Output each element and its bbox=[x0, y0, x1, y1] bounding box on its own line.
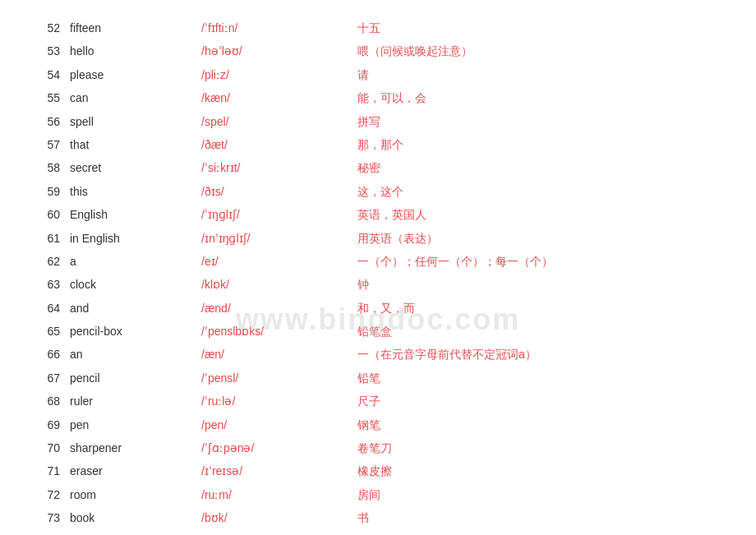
entry-meaning: 一（个）；任何一（个）；每一（个） bbox=[357, 252, 723, 270]
table-row: 62a/eɪ/一（个）；任何一（个）；每一（个） bbox=[33, 250, 723, 273]
entry-phonetic: /ðɪs/ bbox=[201, 182, 357, 201]
entry-phonetic: /mæp/ bbox=[201, 533, 357, 535]
entry-number: 73 bbox=[33, 509, 70, 527]
entry-phonetic: /klɒk/ bbox=[201, 275, 357, 293]
entry-meaning: 请 bbox=[357, 66, 723, 84]
entry-word: map bbox=[70, 533, 201, 535]
entry-meaning: 喂（问候或唤起注意） bbox=[357, 42, 723, 60]
entry-number: 61 bbox=[33, 229, 70, 247]
entry-meaning: 拼写 bbox=[357, 113, 723, 131]
entry-meaning: 房间 bbox=[357, 486, 723, 504]
table-row: 55can/kæn/能，可以，会 bbox=[33, 86, 723, 109]
table-row: 54please/pliːz/请 bbox=[33, 63, 723, 86]
entry-word: an bbox=[70, 345, 201, 363]
entry-phonetic: /ˈsiːkrɪt/ bbox=[201, 159, 357, 177]
table-row: 65pencil-box/ˈpenslbɒks/铅笔盒 bbox=[33, 320, 723, 343]
entry-phonetic: /ˈpensl/ bbox=[201, 369, 357, 387]
entry-meaning: 英语，英国人 bbox=[357, 205, 723, 224]
entry-word: room bbox=[70, 486, 201, 504]
entry-number: 64 bbox=[33, 299, 70, 317]
table-row: 59this/ðɪs/这，这个 bbox=[33, 180, 723, 203]
entry-word: that bbox=[70, 136, 201, 154]
entry-number: 63 bbox=[33, 275, 70, 293]
entry-word: English bbox=[70, 205, 201, 224]
entry-word: hello bbox=[70, 42, 201, 60]
entry-word: pencil-box bbox=[70, 322, 201, 340]
entry-number: 67 bbox=[33, 369, 70, 387]
entry-phonetic: /ɪnˈɪŋɡlɪʃ/ bbox=[201, 229, 357, 247]
entry-phonetic: /ˈruːlə/ bbox=[201, 392, 357, 410]
entry-meaning: 橡皮擦 bbox=[357, 462, 723, 480]
entry-number: 62 bbox=[33, 252, 70, 270]
table-row: 60English/ˈɪŋɡlɪʃ/英语，英国人 bbox=[33, 203, 723, 226]
table-row: 53hello/həˈləʊ/喂（问候或唤起注意） bbox=[33, 39, 723, 62]
entry-word: a bbox=[70, 252, 201, 270]
entry-meaning: 尺子 bbox=[357, 392, 723, 410]
entry-number: 66 bbox=[33, 345, 70, 363]
entry-phonetic: /həˈləʊ/ bbox=[201, 42, 357, 60]
entry-number: 57 bbox=[33, 136, 70, 154]
entry-meaning: 地图 bbox=[357, 533, 723, 535]
table-row: 70sharpener/ˈʃɑːpənə/卷笔刀 bbox=[33, 436, 723, 459]
entry-number: 52 bbox=[33, 19, 70, 37]
entry-phonetic: /æn/ bbox=[201, 345, 357, 363]
entry-phonetic: /ruːm/ bbox=[201, 486, 357, 504]
entry-word: book bbox=[70, 509, 201, 527]
entry-phonetic: /pliːz/ bbox=[201, 66, 357, 84]
entry-meaning: 一（在元音字母前代替不定冠词a） bbox=[357, 345, 723, 363]
entry-word: pencil bbox=[70, 369, 201, 387]
entry-meaning: 铅笔 bbox=[357, 369, 723, 387]
entry-word: fifteen bbox=[70, 19, 201, 37]
vocabulary-table: 52fifteen/ˈfɪftiːn/十五53hello/həˈləʊ/喂（问候… bbox=[0, 0, 756, 535]
entry-number: 71 bbox=[33, 462, 70, 480]
entry-number: 60 bbox=[33, 205, 70, 224]
entry-word: secret bbox=[70, 159, 201, 177]
table-row: 72room/ruːm/房间 bbox=[33, 483, 723, 506]
table-row: 73book/bʊk/书 bbox=[33, 506, 723, 529]
entry-phonetic: /bʊk/ bbox=[201, 509, 357, 527]
table-row: 64and/ænd/和，又，而 bbox=[33, 297, 723, 320]
table-row: 71eraser/ɪˈreɪsə/橡皮擦 bbox=[33, 459, 723, 482]
entry-word: in English bbox=[70, 229, 201, 247]
entry-word: please bbox=[70, 66, 201, 84]
table-row: 52fifteen/ˈfɪftiːn/十五 bbox=[33, 16, 723, 39]
entry-number: 53 bbox=[33, 42, 70, 60]
entry-number: 55 bbox=[33, 89, 70, 107]
entry-phonetic: /spel/ bbox=[201, 113, 357, 131]
entry-number: 59 bbox=[33, 182, 70, 201]
entry-number: 68 bbox=[33, 392, 70, 410]
entry-phonetic: /ˈʃɑːpənə/ bbox=[201, 439, 357, 457]
entry-meaning: 能，可以，会 bbox=[357, 89, 723, 107]
entry-number: 54 bbox=[33, 66, 70, 84]
entry-meaning: 钢笔 bbox=[357, 416, 723, 434]
entry-phonetic: /ðæt/ bbox=[201, 136, 357, 154]
table-row: 56spell/spel/拼写 bbox=[33, 110, 723, 133]
entry-number: 56 bbox=[33, 113, 70, 131]
entry-meaning: 那，那个 bbox=[357, 136, 723, 154]
entry-meaning: 用英语（表达） bbox=[357, 229, 723, 247]
entry-meaning: 十五 bbox=[357, 19, 723, 37]
table-row: 63clock/klɒk/钟 bbox=[33, 273, 723, 296]
entry-phonetic: /ˈpenslbɒks/ bbox=[201, 322, 357, 340]
entry-word: pen bbox=[70, 416, 201, 434]
table-row: 58secret/ˈsiːkrɪt/秘密 bbox=[33, 156, 723, 179]
entry-number: 70 bbox=[33, 439, 70, 457]
table-row: 66an/æn/一（在元音字母前代替不定冠词a） bbox=[33, 343, 723, 366]
table-row: 57that/ðæt/那，那个 bbox=[33, 133, 723, 156]
entry-meaning: 这，这个 bbox=[357, 182, 723, 201]
entry-meaning: 铅笔盒 bbox=[357, 322, 723, 340]
entry-meaning: 和，又，而 bbox=[357, 299, 723, 317]
entry-meaning: 秘密 bbox=[357, 159, 723, 177]
entry-phonetic: /ˈɪŋɡlɪʃ/ bbox=[201, 205, 357, 224]
entry-phonetic: /ɪˈreɪsə/ bbox=[201, 462, 357, 480]
entry-word: this bbox=[70, 182, 201, 201]
entry-number: 58 bbox=[33, 159, 70, 177]
entry-word: can bbox=[70, 89, 201, 107]
entry-word: ruler bbox=[70, 392, 201, 410]
entry-word: and bbox=[70, 299, 201, 317]
entry-number: 65 bbox=[33, 322, 70, 340]
entry-phonetic: /ænd/ bbox=[201, 299, 357, 317]
entry-number: 69 bbox=[33, 416, 70, 434]
table-row: 68ruler/ˈruːlə/尺子 bbox=[33, 390, 723, 413]
table-row: 61in English/ɪnˈɪŋɡlɪʃ/用英语（表达） bbox=[33, 227, 723, 250]
